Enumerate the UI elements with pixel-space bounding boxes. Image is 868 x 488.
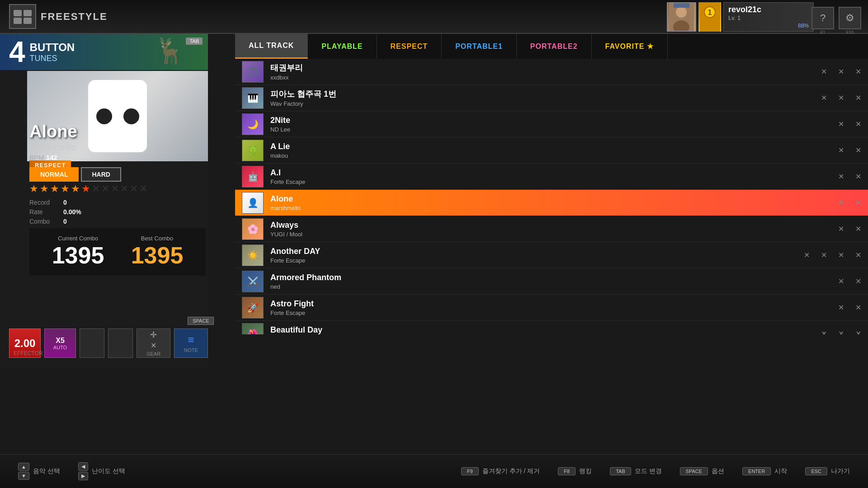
bpm-display: BPM 142 [29, 154, 57, 161]
diff-kbd-group: ◀ ▶ [78, 462, 88, 480]
x-button-alie-0[interactable]: ✕ [838, 146, 844, 155]
x-button-always-0[interactable]: ✕ [838, 225, 844, 233]
x-button-anotherday-3[interactable]: ✕ [855, 251, 861, 259]
x-button-taegeun-1[interactable]: ✕ [838, 67, 844, 76]
track-name-ai: A.I [270, 168, 838, 178]
track-row-astrofight[interactable]: 🚀Astro FightForte Escape✕✕ [235, 295, 868, 321]
track-thumb-ai: 🤖 [242, 166, 264, 188]
x-button-piano-0[interactable]: ✕ [821, 94, 827, 102]
x-button-piano-2[interactable]: ✕ [855, 94, 861, 102]
tab-portable2[interactable]: PORTABLE2 [517, 34, 592, 59]
track-row-piano[interactable]: 🎹피아노 협주곡 1번Wav Factory✕✕✕ [235, 85, 868, 111]
fever-auto: AUTO [53, 345, 67, 350]
user-rank-icon: 1 [698, 2, 721, 32]
x-button-taegeun-0[interactable]: ✕ [821, 67, 827, 76]
effector-slot-2[interactable] [108, 328, 133, 358]
gear-label: GEAR [146, 351, 160, 357]
track-thumb-alone: 👤 [242, 192, 264, 214]
x-button-alone-1[interactable]: ✕ [855, 198, 861, 207]
x-button-always-1[interactable]: ✕ [855, 225, 861, 233]
record-label: Record [29, 199, 57, 206]
record-value: 0 [63, 199, 67, 206]
track-x-buttons-armored: ✕✕ [838, 277, 861, 286]
effector-slot-1[interactable] [80, 328, 104, 358]
music-select-control: ▲ ▼ 음악 선택 [18, 463, 60, 480]
f9-control: F9 즐겨찾기 추가 / 제거 [461, 467, 540, 475]
track-row-taegeun[interactable]: 🎵태권부리xxdbxx✕✕✕ [235, 59, 868, 85]
rate-value: 0.00% [63, 208, 81, 216]
x-button-beautiful-2[interactable]: ✕ [855, 329, 861, 334]
x-button-astrofight-0[interactable]: ✕ [838, 303, 844, 312]
note-block[interactable]: ≡ NOTE [174, 328, 208, 358]
svg-rect-7 [674, 2, 689, 8]
track-x-buttons-alone: ✕✕ [838, 198, 861, 207]
x-button-anotherday-0[interactable]: ✕ [804, 251, 810, 259]
enter-control: ENTER 시작 [742, 467, 787, 475]
f8-key: F8 [558, 467, 576, 475]
x-button-astrofight-1[interactable]: ✕ [855, 303, 861, 312]
x-button-alie-1[interactable]: ✕ [855, 146, 861, 155]
track-row-alie[interactable]: 🍀A Liemakou✕✕ [235, 137, 868, 164]
x-button-piano-1[interactable]: ✕ [838, 94, 844, 102]
track-artist-alone: marshmello [270, 205, 838, 211]
track-x-buttons-astrofight: ✕✕ [838, 303, 861, 312]
track-row-alone[interactable]: 👤Alonemarshmello✕✕ [235, 190, 868, 216]
note-label: NOTE [184, 347, 198, 353]
music-select-label: 음악 선택 [33, 467, 60, 475]
star-e4: ✕ [120, 183, 128, 195]
x-button-2nite-1[interactable]: ✕ [855, 120, 861, 128]
track-thumb-armored: ⚔️ [242, 271, 264, 292]
user-level: Lv. 1 [728, 14, 809, 21]
hard-button[interactable]: HARD [81, 167, 121, 182]
track-row-2nite[interactable]: 🌙2NiteND Lee✕✕ [235, 111, 868, 137]
track-info-anotherday: Another DAYForte Escape [270, 247, 804, 264]
x-button-beautiful-0[interactable]: ✕ [821, 329, 827, 334]
track-thumb-anotherday: ☀️ [242, 244, 264, 266]
x-button-armored-1[interactable]: ✕ [855, 277, 861, 286]
track-row-always[interactable]: 🌸AlwaysYUGI / Mool✕✕ [235, 216, 868, 242]
tab-all-track[interactable]: ALL TRACK [235, 34, 308, 59]
down-key: ▼ [18, 472, 29, 480]
tab-playable[interactable]: PLAYABLE [308, 34, 377, 59]
tunes-label: TUNES [30, 54, 75, 63]
speed-value: 2.00 [14, 337, 36, 350]
tab-portable1[interactable]: PORTABLE1 [442, 34, 517, 59]
stat-record: Record 0 [29, 199, 81, 206]
track-row-anotherday[interactable]: ☀️Another DAYForte Escape✕✕✕✕ [235, 242, 868, 268]
current-combo-value: 1395 [52, 242, 104, 269]
combo-value: 0 [63, 218, 67, 225]
x-button-2nite-0[interactable]: ✕ [838, 120, 844, 128]
track-thumb-always: 🌸 [242, 218, 264, 240]
x-button-ai-0[interactable]: ✕ [838, 172, 844, 181]
x-button-armored-0[interactable]: ✕ [838, 277, 844, 286]
track-info-ai: A.IForte Escape [270, 168, 838, 185]
help-button[interactable]: ? [811, 7, 834, 29]
plus-icon: ✛ [150, 330, 157, 340]
eye-right [123, 108, 139, 124]
track-x-buttons-piano: ✕✕✕ [821, 94, 861, 102]
star-e5: ✕ [130, 183, 138, 195]
track-row-ai[interactable]: 🤖A.IForte Escape✕✕ [235, 164, 868, 190]
x-button-anotherday-2[interactable]: ✕ [838, 251, 844, 259]
track-row-beautiful[interactable]: 🌺Beautiful DayND Lee✕✕✕ [235, 321, 868, 334]
normal-button[interactable]: NORMAL [29, 167, 79, 182]
track-x-buttons-anotherday: ✕✕✕✕ [804, 251, 861, 259]
gear-block[interactable]: ✛ ✕ GEAR [137, 328, 170, 358]
x-button-alone-0[interactable]: ✕ [838, 198, 844, 207]
x-button-beautiful-1[interactable]: ✕ [838, 329, 844, 334]
track-artist-armored: ned [270, 283, 838, 290]
track-thumb-astrofight: 🚀 [242, 297, 264, 319]
track-x-buttons-always: ✕✕ [838, 225, 861, 233]
x-button-anotherday-1[interactable]: ✕ [821, 251, 827, 259]
svg-rect-3 [24, 18, 32, 24]
x-button-taegeun-2[interactable]: ✕ [855, 67, 861, 76]
track-row-armored[interactable]: ⚔️Armored Phantomned✕✕ [235, 268, 868, 295]
tab-respect[interactable]: RESPECT [377, 34, 442, 59]
track-x-buttons-ai: ✕✕ [838, 172, 861, 181]
enter-label: 시작 [774, 467, 787, 475]
x-button-ai-1[interactable]: ✕ [855, 172, 861, 181]
fever-block[interactable]: X5 AUTO [44, 328, 76, 358]
track-name-taegeun: 태권부리 [270, 62, 821, 73]
settings-button[interactable]: ⚙ [839, 7, 861, 29]
tab-favorite[interactable]: FAVORITE ★ [592, 34, 668, 59]
